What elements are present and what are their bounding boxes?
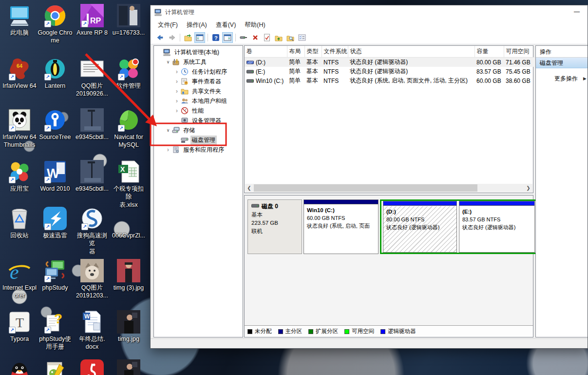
desktop-icon-axure-rp-8[interactable]: RP↗Axure RP 8: [75, 4, 110, 37]
desktop-icon-google-chrome[interactable]: ↗Google Chrome: [38, 4, 73, 45]
desktop-icon-qq-image-20191203[interactable]: QQ图片 20191203...: [75, 259, 110, 300]
desktop-icon-irfanview-64[interactable]: 64↗IrfanView 64: [2, 57, 37, 90]
tree-item-系统工具[interactable]: ∨系统工具: [154, 57, 243, 67]
desktop-icon-navicat-for-mysql[interactable]: ↗Navicat for MySQL: [111, 108, 146, 149]
chevron-open-icon[interactable]: ∨: [165, 59, 171, 64]
desktop-icon-phpstudy[interactable]: ↗phpStudy: [38, 259, 73, 292]
tree-item-事件查看器[interactable]: ›事件查看器: [154, 77, 243, 86]
desktop-icon-sourcetree[interactable]: ↗SourceTree: [38, 108, 73, 141]
partition-text: Win10 (C:)60.00 GB NTFS状态良好 (系统, 启动, 页面: [304, 204, 378, 232]
desktop-icon-phpstudy-manual[interactable]: ?↗phpStudy使 用手册: [38, 310, 73, 351]
tree-item-计算机管理(本地)[interactable]: 计算机管理(本地): [154, 47, 243, 57]
column-header-1[interactable]: 布局: [287, 46, 304, 58]
desktop-icon-e9345cbdl-image-2[interactable]: e9345cbdl...: [75, 160, 110, 193]
desktop-icon-label: timg.jpg: [111, 335, 146, 343]
desktop-icon-qq-image-20190926[interactable]: QQ图片 20190926...: [75, 57, 110, 98]
partition-Win10 (C:)[interactable]: Win10 (C:)60.00 GB NTFS状态良好 (系统, 启动, 页面: [303, 199, 379, 254]
partition-color-bar: [304, 200, 378, 204]
desktop-icon-notepadpp[interactable]: [38, 359, 73, 375]
desktop-icon-year-summary-docx[interactable]: W年终总结. docx: [75, 310, 110, 351]
desktop-icon-label: SourceTree: [38, 133, 73, 141]
toolbar-show-console-tree-button[interactable]: [194, 32, 205, 43]
column-header-0[interactable]: 卷: [245, 46, 287, 58]
desktop-icon-timg-jpg[interactable]: timg.jpg: [111, 310, 146, 343]
tree-item-磁盘管理[interactable]: 磁盘管理: [154, 135, 243, 145]
scrollbar-thumb[interactable]: [254, 184, 477, 192]
column-header-5[interactable]: 容量: [474, 46, 504, 58]
desktop-icon-this-pc[interactable]: 此电脑: [2, 4, 37, 37]
menu-item-1[interactable]: 操作(A): [182, 20, 211, 31]
minimize-button[interactable]: —: [566, 5, 588, 19]
toolbar-forward-button[interactable]: [167, 32, 177, 43]
toolbar-export-button[interactable]: [183, 32, 193, 43]
volume-row-Win10 (C:)[interactable]: Win10 (C:)简单基本NTFS状态良好 (系统, 启动, 页面文件, 活动…: [245, 76, 534, 85]
desktop-icon-lantern[interactable]: ↗Lantern: [38, 57, 73, 90]
desktop-icon-thunder-speed[interactable]: ↗极速迅雷: [38, 207, 73, 239]
more-actions-item[interactable]: 更多操作 ▶: [536, 73, 588, 84]
tree-item-性能[interactable]: ›性能: [154, 106, 243, 116]
desktop-icon-u-176733-image[interactable]: u=176733...: [111, 4, 146, 37]
scroll-left-arrow[interactable]: ❮: [245, 184, 253, 192]
menu-item-0[interactable]: 文件(F): [153, 20, 182, 31]
desktop-icon-photo-bottom[interactable]: [111, 359, 146, 375]
horizontal-scrollbar[interactable]: ❮ ❯: [245, 184, 532, 192]
more-actions-arrow-icon: ▶: [583, 73, 587, 84]
toolbar-help-button[interactable]: ?: [210, 32, 221, 43]
desktop-icon-006cvprzl-image[interactable]: 006CvprZl...: [111, 207, 146, 239]
chevron-closed-icon[interactable]: ›: [173, 99, 180, 103]
chevron-closed-icon[interactable]: ›: [173, 69, 180, 74]
desktop-icon-software-manager[interactable]: ↗软件管理: [111, 57, 146, 90]
tree-item-服务和应用程序[interactable]: ›服务和应用程序: [154, 145, 243, 155]
desktop-icon-yingyongbao[interactable]: ↗应用宝: [2, 160, 37, 193]
chevron-closed-icon[interactable]: ›: [173, 89, 180, 94]
tree-item-本地用户和组[interactable]: ›本地用户和组: [154, 96, 243, 106]
tree-item-任务计划程序[interactable]: ›任务计划程序: [154, 67, 243, 77]
desktop-icon-qq[interactable]: [2, 359, 37, 375]
desktop-icon-netease-music[interactable]: [75, 359, 110, 375]
toolbar-task-list-button[interactable]: [297, 32, 307, 43]
tree-item-设备管理器[interactable]: 设备管理器: [154, 116, 243, 125]
scroll-right-arrow[interactable]: ❯: [524, 184, 532, 192]
toolbar-delete-button[interactable]: [250, 32, 261, 43]
svg-text:X: X: [120, 165, 125, 173]
cell-可用空间: 38.60 GB: [504, 76, 534, 85]
toolbar-show-action-pane-button[interactable]: [222, 32, 233, 43]
desktop-icon-timg-3-jpg[interactable]: timg (3).jpg: [111, 259, 146, 292]
shortcut-arrow-icon: ↗: [44, 177, 51, 183]
desktop-icon-internet-explorer[interactable]: eInternet Explorer: [2, 259, 37, 300]
tree-item-共享文件夹[interactable]: ›共享文件夹: [154, 86, 243, 96]
toolbar-folder-find-button[interactable]: [285, 32, 296, 43]
volume-row-(D:)[interactable]: (D:)简单基本NTFS状态良好 (逻辑驱动器)80.00 GB71.46 GB: [245, 58, 534, 67]
menu-item-3[interactable]: 帮助(H): [240, 20, 269, 31]
tree-item-存储[interactable]: ∨存储: [154, 125, 243, 135]
chevron-closed-icon[interactable]: ›: [165, 147, 171, 152]
menu-item-2[interactable]: 查看(V): [211, 20, 241, 31]
desktop-icon-tax-deduction-xlsx[interactable]: X个税专项扣除 表.xlsx: [111, 160, 146, 209]
column-header-3[interactable]: 文件系统: [322, 46, 348, 58]
desktop-icon-sogou-browser[interactable]: ↗搜狗高速浏览 器: [75, 207, 110, 256]
partition-(D:)[interactable]: (D:)80.00 GB NTFS状态良好 (逻辑驱动器): [383, 201, 457, 253]
title-bar[interactable]: 计算机管理 —: [151, 5, 588, 19]
actions-disk-management-item[interactable]: 磁盘管理: [536, 58, 588, 68]
partition-(E:)[interactable]: (E:)83.57 GB NTFS状态良好 (逻辑驱动器): [459, 201, 535, 253]
column-header-2[interactable]: 类型: [304, 46, 322, 58]
toolbar-disk-attrs-button[interactable]: [238, 32, 249, 43]
toolbar-check-doc-button[interactable]: [262, 32, 272, 43]
chevron-closed-icon[interactable]: ›: [173, 79, 180, 84]
desktop-icon-irfanview-64-thumbnails[interactable]: ↗IrfanView 64 Thumbnails: [2, 108, 37, 149]
desktop-icon-label: timg (3).jpg: [111, 284, 146, 292]
disk-name: 磁盘 0: [262, 202, 278, 211]
desktop-icon-recycle-bin[interactable]: 回收站: [2, 207, 37, 239]
toolbar-back-button[interactable]: [155, 32, 166, 43]
disk-0-label[interactable]: 磁盘 0 基本 223.57 GB 联机: [247, 199, 302, 254]
desktop-icon-e9345cbdl-image-1[interactable]: e9345cbdl...: [75, 108, 110, 141]
volume-row-(E:)[interactable]: (E:)简单基本NTFS状态良好 (逻辑驱动器)83.57 GB75.45 GB: [245, 67, 534, 76]
chevron-closed-icon[interactable]: ›: [173, 108, 180, 113]
toolbar-folder-up-button[interactable]: [273, 32, 284, 43]
column-header-6[interactable]: 可用空间: [504, 46, 534, 58]
chevron-open-icon[interactable]: ∨: [165, 128, 171, 133]
desktop-icon-word-2010[interactable]: W↗Word 2010: [38, 160, 73, 193]
desktop-icon-typora[interactable]: T↗Typora: [2, 310, 37, 343]
legend-swatch: [278, 329, 283, 334]
column-header-4[interactable]: 状态: [348, 46, 474, 58]
